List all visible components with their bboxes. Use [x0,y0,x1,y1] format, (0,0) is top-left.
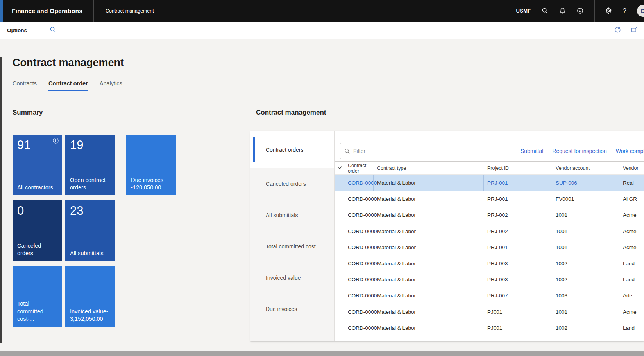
table-cell: CORD-000011 [348,277,377,282]
table-cell: 1001 [556,309,623,315]
nav-item-all-submittals[interactable]: All submittals [266,200,332,231]
panel-nav: Contract orders Canceled orders All subm… [250,131,335,341]
table-cell: FV0001 [556,196,623,202]
summary-tiles: 91 All contractors 19 Open contract orde… [13,135,168,327]
tab-analytics[interactable]: Analytics [100,80,122,91]
table-row[interactable]: CORD-000002Material & LaborPRJ-001SUP-00… [335,175,644,191]
table-cell: PRJ-003 [487,277,556,282]
table-cell: Acme [623,212,644,218]
table-cell: PJ001 [487,309,556,315]
nav-item-invoiced-value[interactable]: Invoiced value [266,262,332,293]
table-cell: CORD-000003 [348,196,377,202]
table-cell[interactable]: SUP-006 [552,175,623,191]
tile-open-contract-orders[interactable]: 19 Open contract orders [65,135,115,195]
tile-label: All contractors [17,184,59,192]
command-bar: Options [0,22,644,39]
table-row[interactable]: CORD-000003Material & LaborPRJ-001FV0001… [335,191,644,207]
grid-body: CORD-000002Material & LaborPRJ-001SUP-00… [335,175,644,336]
window-edge [0,351,644,356]
tile-all-submittals[interactable]: 23 All submittals [65,200,115,261]
table-row[interactable]: CORD-000020Material & LaborPJ0011001Acme [335,304,644,320]
nav-item-due-invoices[interactable]: Due invoices [266,293,332,325]
table-row[interactable]: CORD-000021Material & LaborPJ0011002Land [335,320,644,336]
table-cell: Acme [623,228,644,234]
table-cell: Material & Labor [377,277,487,282]
select-all-checkmark-icon[interactable] [338,165,348,171]
table-cell: Al GR [623,196,644,202]
tile-label: Invoiced value- 3,152,050.00 [70,308,112,323]
table-cell: 1002 [556,277,623,282]
table-cell: Material & Labor [377,309,487,315]
user-avatar[interactable]: D [637,5,644,17]
tile-label: Due invoices -120,050.00 [131,176,173,192]
help-question-icon[interactable]: ? [623,7,626,15]
table-row[interactable]: CORD-000011Material & LaborPRJ-0031002La… [335,271,644,288]
column-header-vendor[interactable]: Vendor [623,165,644,171]
table-cell: Material & Labor [377,261,487,266]
tab-contracts[interactable]: Contracts [13,80,37,91]
nav-item-canceled-orders[interactable]: Canceled orders [266,168,332,200]
options-button[interactable]: Options [7,27,27,33]
nav-item-contract-orders[interactable]: Contract orders [250,131,334,168]
tab-contract-order[interactable]: Contract order [48,80,88,91]
action-work-completion[interactable]: Work completion [616,148,644,154]
table-cell: CORD-000006 [348,228,377,234]
column-header-contract-type[interactable]: Contract type [377,165,487,171]
window-edge [0,57,2,343]
tile-invoiced-value[interactable]: Invoiced value- 3,152,050.00 [65,266,115,327]
table-row[interactable]: CORD-000016Material & LaborPRJ-0071003Ad… [335,288,644,304]
app-window: Finance and Operations Contract manageme… [0,0,644,356]
search-icon[interactable] [50,26,56,34]
column-header-vendor-account[interactable]: Vendor account [556,165,623,171]
table-cell: 1002 [556,325,623,331]
company-picker[interactable]: USMF [516,8,531,14]
search-icon [344,148,350,154]
tile-canceled-orders[interactable]: 0 Canceled orders [13,200,62,261]
table-row[interactable]: CORD-000006Material & LaborPRJ-0021001Ac… [335,223,644,239]
feedback-smiley-icon[interactable] [577,7,584,14]
action-submittal[interactable]: Submittal [521,148,543,154]
tile-all-contractors[interactable]: 91 All contractors [13,135,62,195]
table-row[interactable]: CORD-000008Material & LaborPRJ-0011001Ac… [335,239,644,255]
table-cell: PRJ-001 [487,245,556,250]
table-cell: CORD-000010 [348,261,377,266]
table-cell: 1001 [556,245,623,250]
page-tabs: Contracts Contract order Analytics [13,80,122,91]
grid-zone: Submittal Request for inspection Work co… [335,131,644,341]
tile-value: 0 [17,204,57,218]
workspace-heading: Contract management [256,109,326,117]
table-cell: Material & Labor [377,196,487,202]
tile-total-committed-cost[interactable]: Total committed cost-... [13,266,62,327]
filter-input[interactable] [353,148,412,154]
info-icon[interactable] [52,137,59,144]
table-cell[interactable]: CORD-000002 [348,180,377,186]
table-cell: PRJ-002 [487,228,556,234]
tile-label: Total committed cost-... [17,300,59,323]
app-title[interactable]: Finance and Operations [12,7,82,14]
table-cell: Acme [623,245,644,250]
nav-item-total-committed-cost[interactable]: Total committed cost [266,231,332,262]
tile-value: 23 [70,204,110,218]
table-cell: PRJ-001 [487,196,556,202]
table-row[interactable]: CORD-000010Material & LaborPRJ-0031002La… [335,255,644,271]
table-cell: CORD-000008 [348,245,377,250]
action-request-for-inspection[interactable]: Request for inspection [552,148,606,154]
open-in-new-window-icon[interactable] [631,26,638,34]
settings-gear-icon[interactable] [605,7,612,14]
page-content: Contract management Contracts Contract o… [0,39,644,356]
page-title: Contract management [13,57,124,69]
table-cell: PRJ-007 [487,293,556,298]
column-header-project-id[interactable]: Project ID [487,165,556,171]
column-header-contract-order[interactable]: Contract order [348,163,377,174]
notifications-bell-icon[interactable] [559,7,566,14]
topbar-divider [93,0,94,22]
search-icon[interactable] [542,7,549,14]
refresh-icon[interactable] [614,26,621,34]
tile-due-invoices[interactable]: Due invoices -120,050.00 [126,135,176,195]
table-cell[interactable]: PRJ-001 [483,175,556,191]
table-row[interactable]: CORD-000004Material & LaborPRJ-0021001Ac… [335,207,644,223]
table-cell: Acme [623,309,644,315]
table-cell: CORD-000016 [348,293,377,298]
tile-label: Open contract orders [70,176,112,192]
topbar-divider [594,0,595,22]
